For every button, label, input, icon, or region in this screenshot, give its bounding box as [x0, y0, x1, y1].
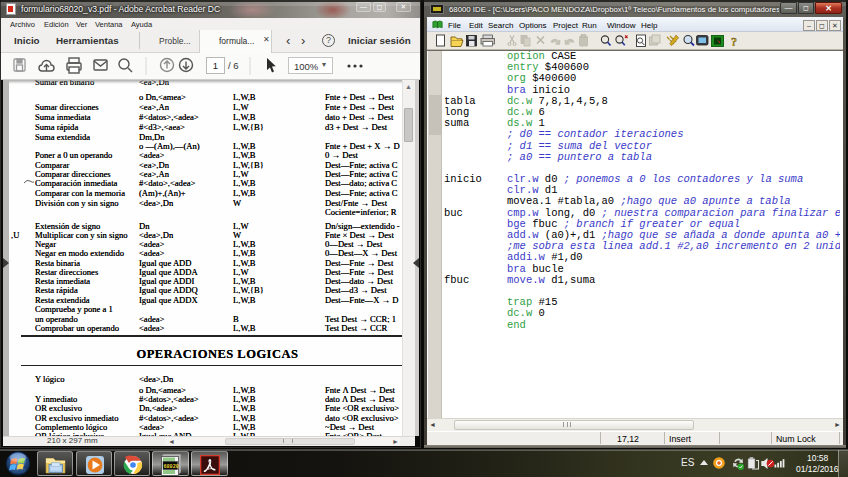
- svg-text:?: ?: [731, 35, 737, 49]
- svg-text:68020: 68020: [163, 464, 179, 470]
